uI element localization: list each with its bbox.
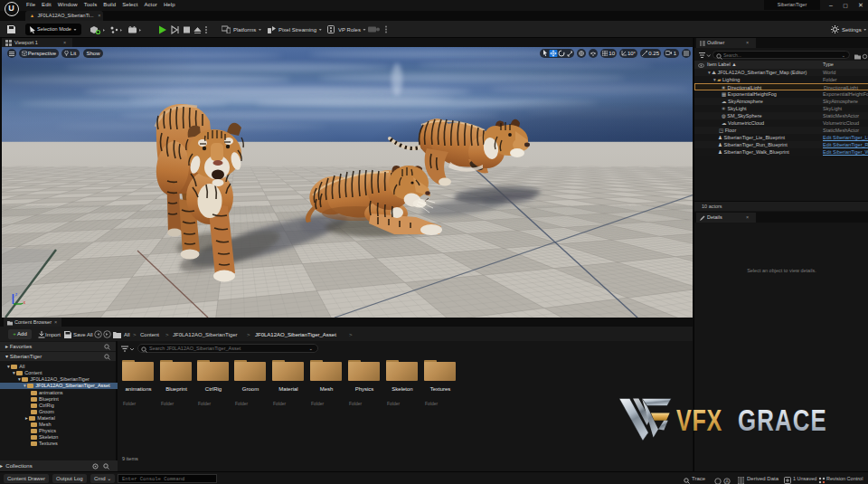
svg-text:A: A (725, 479, 729, 484)
svg-text:x: x (24, 299, 26, 305)
svg-text:VFX: VFX (676, 403, 722, 437)
svg-text:GRACE: GRACE (738, 403, 827, 437)
